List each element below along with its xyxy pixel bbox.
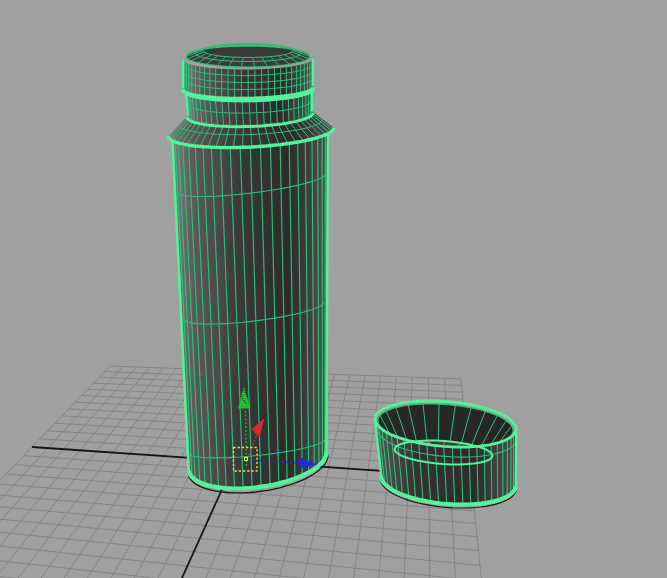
viewport-background <box>0 0 667 578</box>
viewport[interactable] <box>0 0 667 578</box>
bottle-mesh[interactable] <box>168 44 334 493</box>
lid-mesh[interactable] <box>375 401 517 508</box>
